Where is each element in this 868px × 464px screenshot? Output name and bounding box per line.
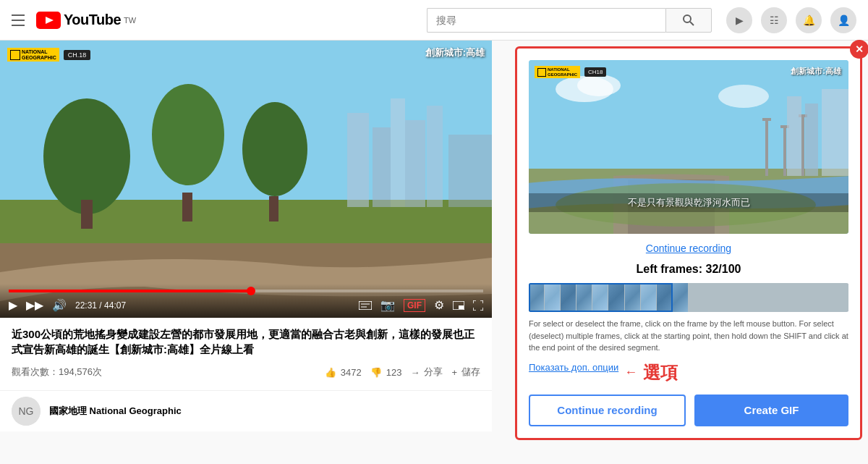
svg-line-3 xyxy=(690,22,694,25)
settings-button[interactable]: ⚙ xyxy=(434,298,444,312)
thumbs-down-icon: 👎 xyxy=(370,367,382,378)
frame-col-4[interactable] xyxy=(576,283,592,312)
svg-rect-40 xyxy=(822,89,848,176)
frame-col-10[interactable] xyxy=(673,283,689,312)
save-button[interactable]: + 儲存 xyxy=(451,363,480,381)
svg-point-2 xyxy=(684,15,691,22)
subtitles-button[interactable] xyxy=(359,301,372,310)
channel-row: NG 國家地理 National Geographic xyxy=(0,390,492,431)
nat-geo-icon xyxy=(10,50,20,60)
arrow-icon: ← xyxy=(624,365,637,380)
share-label: 分享 xyxy=(424,366,443,379)
nat-geo-label: NATIONALGEOGRAPHIC xyxy=(22,49,56,60)
close-button[interactable]: ✕ xyxy=(850,40,868,59)
save-icon: + xyxy=(451,367,457,378)
subtitles-icon xyxy=(359,301,372,310)
frame-col-2[interactable] xyxy=(545,283,561,312)
header: YouTubeTW ▶ ☷ 🔔 👤 xyxy=(0,0,868,41)
frame-col-8[interactable] xyxy=(641,283,657,312)
volume-button[interactable]: 🔊 xyxy=(52,298,67,312)
frame-col-7[interactable] xyxy=(625,283,641,312)
progress-bar[interactable] xyxy=(9,290,483,292)
menu-button[interactable] xyxy=(12,14,25,26)
header-right: ▶ ☷ 🔔 👤 xyxy=(726,7,856,33)
svg-rect-13 xyxy=(347,113,369,207)
channel-name[interactable]: 國家地理 National Geographic xyxy=(49,405,182,418)
gif-button[interactable]: GIF xyxy=(404,299,425,312)
notifications-icon[interactable]: 🔔 xyxy=(796,7,822,33)
frame-col-19[interactable] xyxy=(817,283,833,312)
svg-rect-39 xyxy=(805,104,818,176)
frame-col-14[interactable] xyxy=(736,283,752,312)
svg-rect-10 xyxy=(182,193,192,222)
svg-rect-33 xyxy=(762,118,771,121)
svg-rect-12 xyxy=(269,196,278,222)
search-input[interactable] xyxy=(427,8,665,33)
search-button[interactable] xyxy=(665,8,712,33)
apps-icon[interactable]: ☷ xyxy=(761,7,787,33)
help-text: For select or deselect the frame, click … xyxy=(529,318,848,354)
youtube-logo[interactable]: YouTubeTW xyxy=(36,12,136,29)
save-label: 儲存 xyxy=(461,366,480,379)
like-button[interactable]: 👍 3472 xyxy=(325,364,362,381)
frame-col-12[interactable] xyxy=(705,283,720,312)
frame-col-5[interactable] xyxy=(592,283,608,312)
create-gif-button[interactable]: Create GIF xyxy=(694,395,848,426)
search-bar xyxy=(427,8,712,33)
action-buttons: 👍 3472 👎 123 → 分享 + 儲存 xyxy=(325,363,480,381)
screenshot-button[interactable]: 📷 xyxy=(380,298,395,312)
ch18-badge: CH.18 xyxy=(64,50,91,60)
preview-ch18-badge: CH18 xyxy=(584,67,606,77)
frame-col-13[interactable] xyxy=(720,283,736,312)
frame-col-17[interactable] xyxy=(785,283,801,312)
share-button[interactable]: → 分享 xyxy=(410,363,443,381)
svg-rect-16 xyxy=(405,120,425,207)
frame-col-1[interactable] xyxy=(529,283,545,312)
frames-strip[interactable] xyxy=(529,283,848,312)
video-title: 近300公頃的荒地搖身變成建設左營的都市發展用地，更適當的融合古老與創新，這樣的… xyxy=(12,326,480,357)
frame-col-15[interactable] xyxy=(752,283,768,312)
video-section: NATIONALGEOGRAPHIC CH.18 創新城市:高雄 ▶ ▶▶ 🔊 … xyxy=(0,41,492,464)
svg-rect-14 xyxy=(373,127,391,207)
play-button[interactable]: ▶ xyxy=(9,298,17,312)
svg-rect-17 xyxy=(427,106,443,207)
preview-nat-geo-icon xyxy=(537,68,546,77)
header-left: YouTubeTW xyxy=(12,12,136,29)
svg-text:NG: NG xyxy=(19,405,34,417)
gif-dialog: ✕ xyxy=(515,46,862,440)
thumbs-up-icon: 👍 xyxy=(325,367,336,378)
video-thumbnail: NATIONALGEOGRAPHIC CH.18 創新城市:高雄 xyxy=(0,41,492,318)
frame-col-18[interactable] xyxy=(801,283,817,312)
national-geo-badge: NATIONALGEOGRAPHIC xyxy=(7,48,59,62)
frame-col-9[interactable] xyxy=(657,283,673,312)
dislike-button[interactable]: 👎 123 xyxy=(370,364,402,381)
frame-col-6[interactable] xyxy=(608,283,624,312)
video-controls: ▶ ▶▶ 🔊 22:31 / 44:07 📷 GIF ⚙ xyxy=(0,284,492,318)
time-display: 22:31 / 44:07 xyxy=(75,300,126,311)
svg-point-7 xyxy=(43,98,130,214)
preview-nat-geo-badge: NATIONALGEOGRAPHIC xyxy=(535,66,580,78)
svg-point-11 xyxy=(242,102,307,196)
preview-overlay-top: NATIONALGEOGRAPHIC CH18 xyxy=(535,66,606,78)
fullscreen-button[interactable] xyxy=(473,300,483,311)
account-icon[interactable]: 👤 xyxy=(830,7,856,33)
video-player[interactable]: NATIONALGEOGRAPHIC CH.18 創新城市:高雄 ▶ ▶▶ 🔊 … xyxy=(0,41,492,318)
frame-col-16[interactable] xyxy=(768,283,784,312)
miniplayer-button[interactable] xyxy=(453,301,464,310)
continue-recording-link[interactable]: Continue recording xyxy=(529,242,848,254)
progress-dot xyxy=(247,287,255,295)
more-options-link[interactable]: Показать доп. опции xyxy=(529,362,618,373)
controls-row: ▶ ▶▶ 🔊 22:31 / 44:07 📷 GIF ⚙ xyxy=(9,298,483,312)
miniplayer-icon xyxy=(453,301,464,310)
options-row: Показать доп. опции ← 選項 xyxy=(529,361,848,384)
frame-col-3[interactable] xyxy=(561,283,576,312)
next-button[interactable]: ▶▶ xyxy=(26,298,43,312)
continue-button[interactable]: Continue recording xyxy=(529,395,686,426)
preview-title-right: 創新城市:高雄 xyxy=(791,66,841,77)
channel-avatar[interactable]: NG xyxy=(12,397,41,426)
frame-col-11[interactable] xyxy=(689,283,705,312)
logo-superscript: TW xyxy=(124,16,136,25)
svg-rect-15 xyxy=(391,98,405,207)
frame-col-20[interactable] xyxy=(833,283,848,312)
video-call-icon[interactable]: ▶ xyxy=(726,7,752,33)
